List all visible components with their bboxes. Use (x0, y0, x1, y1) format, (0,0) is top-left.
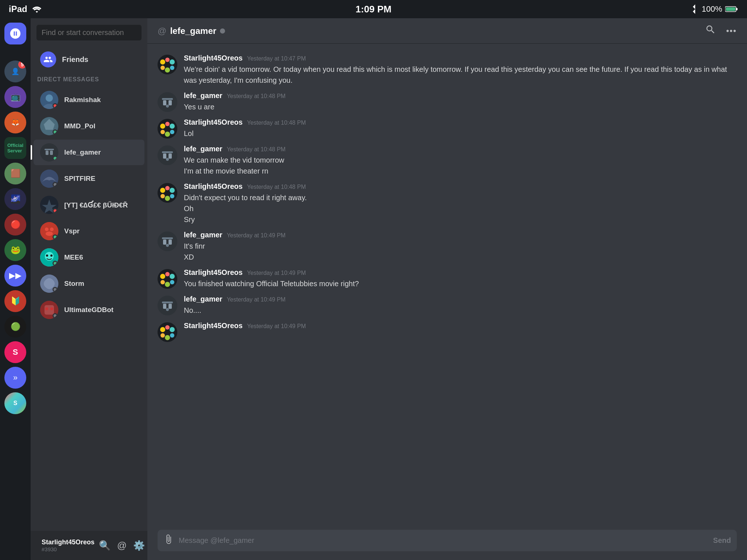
message-group: Starlight45Oreos Yesterday at 10:49 PM (147, 319, 747, 345)
message-header: lefe_gamer Yesterday at 10:49 PM (184, 231, 737, 239)
attach-button[interactable] (163, 534, 174, 547)
dm-username-rakmishak: Rakmishak (64, 96, 101, 104)
svg-point-73 (160, 280, 165, 284)
user-bar-tag: #3930 (42, 546, 94, 552)
search-user-btn[interactable]: 🔍 (99, 540, 111, 551)
message-text: It's finr (184, 241, 737, 252)
svg-point-34 (170, 59, 175, 65)
message-content: lefe_gamer Yesterday at 10:49 PM It's fi… (184, 231, 737, 262)
settings-btn[interactable]: ⚙️ (133, 540, 145, 551)
dm-avatar-mee6 (40, 248, 58, 267)
svg-point-85 (160, 333, 165, 338)
svg-point-62 (158, 232, 177, 251)
dm-item-rakmishak[interactable]: Rakmishak (34, 87, 144, 113)
dm-avatar-storm (40, 275, 58, 293)
dm-username-vspr: Vspr (64, 227, 80, 235)
dm-section-header: DIRECT MESSAGES (31, 72, 147, 85)
dm-username-mmd: MMD_Pol (64, 122, 96, 130)
dm-home-icon[interactable]: 2 ONLINE (4, 23, 26, 44)
dm-item-mmd[interactable]: MMD_Pol (34, 113, 144, 139)
dm-username-mee6: MEE6 (64, 253, 83, 261)
server-icon-green[interactable]: 🐸 (4, 239, 26, 261)
mee6-status (53, 261, 58, 266)
svg-point-72 (165, 282, 170, 287)
svg-point-49 (160, 130, 165, 134)
svg-point-81 (165, 325, 170, 330)
message-author: Starlight45Oreos (184, 322, 243, 330)
message-text-2: I'm at the movie theater rn (184, 166, 737, 176)
svg-rect-10 (44, 149, 54, 150)
server-icon-minecraft[interactable]: 🟫 (4, 163, 26, 184)
svg-point-68 (160, 274, 165, 279)
svg-point-80 (160, 327, 165, 332)
battery-icon (725, 6, 738, 12)
message-author: lefe_gamer (184, 231, 222, 239)
svg-point-33 (165, 58, 170, 62)
status-bar: iPad 1:09 PM 100% (0, 0, 747, 18)
message-content: lefe_gamer Yesterday at 10:48 PM Yes u a… (184, 92, 737, 112)
message-avatar-starlight3 (158, 183, 177, 203)
server-icon-blurple-arrow[interactable]: » (4, 367, 26, 389)
message-content: Starlight45Oreos Yesterday at 10:49 PM Y… (184, 268, 737, 289)
messages-area: Starlight45Oreos Yesterday at 10:47 PM W… (147, 44, 747, 524)
server-icon-pink[interactable]: S (4, 341, 26, 363)
message-author: lefe_gamer (184, 295, 222, 303)
dm-item-vspr[interactable]: Vspr (34, 218, 144, 244)
server-icon-notification[interactable]: 👤 5 (4, 61, 26, 82)
server-icon-twitch[interactable]: 📺 (4, 86, 26, 108)
battery-percent: 100% (702, 4, 722, 14)
status-bar-right: 100% (692, 4, 738, 14)
svg-rect-8 (46, 151, 49, 155)
chat-header-actions: ••• (705, 24, 737, 38)
send-button[interactable]: Send (713, 536, 731, 545)
message-group: Starlight45Oreos Yesterday at 10:47 PM W… (147, 51, 747, 89)
server-icon-official[interactable]: OfficialServer (4, 137, 26, 159)
svg-point-61 (160, 194, 165, 198)
svg-point-42 (166, 105, 169, 108)
message-timestamp: Yesterday at 10:49 PM (227, 232, 286, 239)
storm-status (53, 287, 58, 292)
dm-item-mee6[interactable]: MEE6 (34, 245, 144, 270)
server-icon-orange[interactable]: 🦊 (4, 112, 26, 133)
chat-more-btn[interactable]: ••• (726, 26, 737, 36)
message-header: lefe_gamer Yesterday at 10:48 PM (184, 145, 737, 153)
message-group: lefe_gamer Yesterday at 10:48 PM Yes u a… (147, 89, 747, 115)
notification-badge: 5 (18, 61, 26, 69)
dm-item-lefegamer[interactable]: lefe_gamer (34, 140, 144, 165)
svg-rect-1 (736, 8, 738, 10)
mention-btn[interactable]: @ (117, 540, 127, 551)
message-group: lefe_gamer Yesterday at 10:49 PM No.... (147, 292, 747, 319)
svg-point-69 (165, 272, 170, 276)
server-icon-w[interactable]: 🟢 (4, 316, 26, 338)
channel-name: lefe_gamer (170, 26, 216, 36)
message-avatar-lefegamer3 (158, 232, 177, 251)
dm-avatar-spitfire (40, 170, 58, 188)
dm-item-eagle[interactable]: [YT] €∆Ɠ£€ βŰłĐ€Ř (34, 192, 144, 218)
dm-item-gdbot[interactable]: UltimateGDBot (34, 297, 144, 323)
friends-item[interactable]: Friends (34, 47, 144, 72)
dm-item-spitfire[interactable]: SPITFIRE (34, 166, 144, 191)
rakmishak-status (53, 103, 58, 108)
server-icon-dark[interactable]: 🌌 (4, 188, 26, 210)
message-input[interactable] (179, 530, 708, 551)
svg-point-35 (170, 66, 174, 70)
svg-point-46 (170, 124, 175, 129)
message-text-2: Oh (184, 203, 737, 214)
search-input[interactable] (36, 25, 142, 40)
dm-avatar-gdbot (40, 301, 58, 319)
svg-rect-63 (163, 240, 166, 245)
wifi-icon (32, 5, 42, 13)
message-header: Starlight45Oreos Yesterday at 10:49 PM (184, 268, 737, 277)
message-content: Starlight45Oreos Yesterday at 10:48 PM D… (184, 182, 737, 225)
chat-search-btn[interactable] (705, 24, 716, 38)
server-icon-redwhite[interactable]: 🔰 (4, 290, 26, 312)
message-content: lefe_gamer Yesterday at 10:48 PM We can … (184, 145, 737, 176)
message-header: Starlight45Oreos Yesterday at 10:49 PM (184, 322, 737, 330)
server-icon-arrow[interactable]: ▶▶ (4, 265, 26, 287)
message-text-2: XD (184, 252, 737, 262)
server-icon-colorful[interactable]: S (4, 392, 26, 414)
dm-avatar-mmd (40, 117, 58, 135)
server-icon-red[interactable]: 🔴 (4, 214, 26, 236)
svg-point-60 (165, 196, 170, 201)
dm-item-storm[interactable]: Storm (34, 271, 144, 296)
